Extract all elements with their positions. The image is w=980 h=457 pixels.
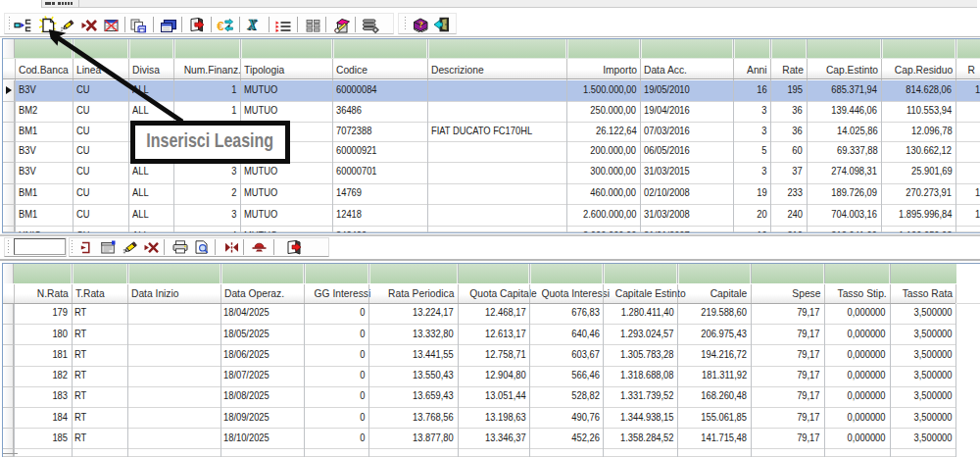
- svg-text:X: X: [246, 19, 257, 32]
- svg-text:?: ?: [418, 20, 423, 29]
